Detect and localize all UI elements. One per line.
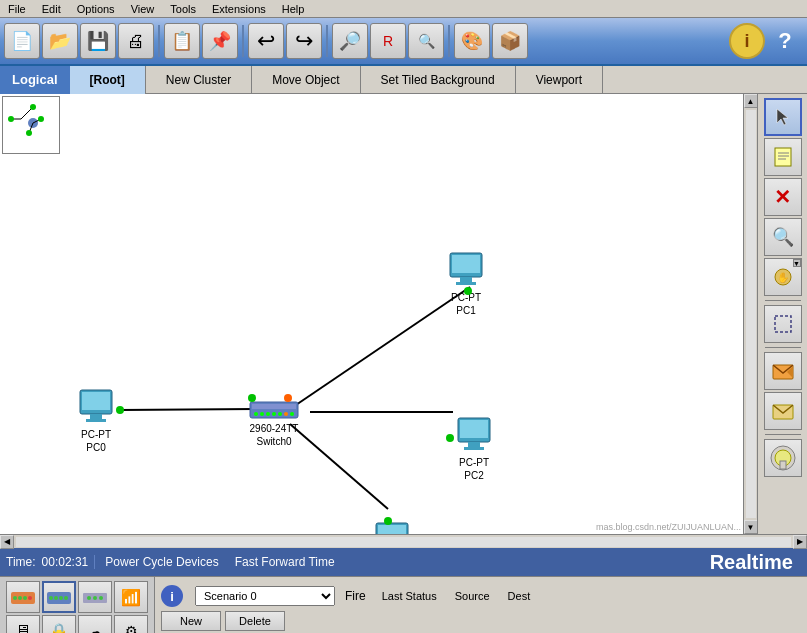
security-type-btn[interactable]: 🔒	[42, 615, 76, 633]
scroll-track	[746, 110, 756, 518]
dropdown-arrow[interactable]: ▼	[793, 259, 801, 267]
svg-point-57	[28, 596, 32, 600]
source-label: Source	[449, 590, 496, 602]
redo-button[interactable]: ↪	[286, 23, 322, 59]
svg-point-27	[272, 412, 276, 416]
horizontal-scrollbar[interactable]: ◀ ▶	[0, 534, 807, 548]
note-tool-button[interactable]	[764, 138, 802, 176]
svg-point-60	[54, 596, 58, 600]
menu-help[interactable]: Help	[274, 3, 313, 15]
wan-type-btn[interactable]: ☁	[78, 615, 112, 633]
pdu-info-icon: i	[161, 585, 183, 607]
scroll-down-btn[interactable]: ▼	[744, 520, 758, 534]
scenario-select[interactable]: Scenario 0 Scenario 1	[195, 586, 335, 606]
logical-bar: Logical [Root] New Cluster Move Object S…	[0, 66, 807, 94]
svg-point-24	[254, 412, 258, 416]
enddevice-type-btn[interactable]: 🖥	[6, 615, 40, 633]
delete-tool-button[interactable]: ✕	[764, 178, 802, 216]
new-cluster-item[interactable]: New Cluster	[146, 66, 252, 94]
select-tool-button[interactable]	[764, 98, 802, 136]
recv-mail-button[interactable]	[764, 392, 802, 430]
device-pc2[interactable]: PC-PTPC2	[450, 414, 498, 482]
switch0-dot-green	[248, 394, 256, 402]
save-button[interactable]: 💾	[80, 23, 116, 59]
inspect-tool-button[interactable]: 🔍	[764, 218, 802, 256]
undo-button[interactable]: ↩	[248, 23, 284, 59]
svg-point-54	[13, 596, 17, 600]
delete-pdu-button[interactable]: Delete	[225, 611, 285, 631]
svg-rect-15	[452, 255, 480, 273]
svg-point-59	[49, 596, 53, 600]
hub-type-btn[interactable]	[78, 581, 112, 613]
send-mail-button[interactable]	[764, 352, 802, 390]
pc2-dot	[446, 434, 454, 442]
scroll-up-btn[interactable]: ▲	[744, 94, 758, 108]
h-scroll-track	[16, 537, 791, 547]
toolbar-sep4	[448, 25, 450, 57]
pdu-button[interactable]	[764, 439, 802, 477]
device-pc3[interactable]: PC-PTPC3	[368, 519, 416, 534]
svg-point-30	[290, 412, 294, 416]
zoom-in-button[interactable]: 🔎	[332, 23, 368, 59]
menu-tools[interactable]: Tools	[162, 3, 204, 15]
scroll-left-btn[interactable]: ◀	[0, 535, 14, 549]
menu-edit[interactable]: Edit	[34, 3, 69, 15]
resize-tool-button[interactable]: ✋ ▼	[764, 258, 802, 296]
device-switch0[interactable]: 2960-24TTSwitch0	[248, 394, 300, 448]
rp-separator	[765, 300, 801, 301]
device-type-panel: 📶 🖥 🔒 ☁ ⚙ Connections Copper Str	[0, 577, 155, 633]
open-button[interactable]: 📂	[42, 23, 78, 59]
viewport-item[interactable]: Viewport	[516, 66, 603, 94]
root-item[interactable]: [Root]	[70, 66, 146, 94]
dest-label: Dest	[502, 590, 537, 602]
set-tiled-background-item[interactable]: Set Tiled Background	[361, 66, 516, 94]
menu-extensions[interactable]: Extensions	[204, 3, 274, 15]
svg-rect-19	[82, 392, 110, 410]
move-object-item[interactable]: Move Object	[252, 66, 360, 94]
fast-forward-btn[interactable]: Fast Forward Time	[229, 555, 341, 569]
menu-file[interactable]: File	[0, 3, 34, 15]
pc1-label: PC-PTPC1	[451, 291, 481, 317]
palette-button[interactable]: 🎨	[454, 23, 490, 59]
svg-point-3	[8, 116, 14, 122]
menu-view[interactable]: View	[123, 3, 163, 15]
pc3-dot-green	[384, 517, 392, 525]
new-file-button[interactable]: 📄	[4, 23, 40, 59]
vertical-scrollbar[interactable]: ▲ ▼	[743, 94, 757, 534]
device-pc1[interactable]: PC-PTPC1	[442, 249, 490, 317]
status-bar: Time: 00:02:31 Power Cycle Devices Fast …	[0, 548, 807, 576]
pdu-buttons-row: New Delete	[161, 611, 801, 631]
toolbar-sep3	[326, 25, 328, 57]
svg-point-4	[30, 104, 36, 110]
svg-marker-39	[777, 109, 788, 125]
scroll-right-btn[interactable]: ▶	[793, 535, 807, 549]
rp-separator2	[765, 347, 801, 348]
power-cycle-btn[interactable]: Power Cycle Devices	[95, 555, 228, 569]
svg-rect-33	[468, 442, 480, 447]
toolbar: 📄 📂 💾 🖨 📋 📌 ↩ ↪ 🔎 R 🔍 🎨 📦 i ?	[0, 18, 807, 66]
paste-button[interactable]: 📌	[202, 23, 238, 59]
device-pc0[interactable]: PC-PTPC0	[72, 386, 120, 454]
zoom-out-button[interactable]: 🔍	[408, 23, 444, 59]
main-area: PC-PTPC1 PC-PTPC0	[0, 94, 807, 534]
zoom-marker-button[interactable]: R	[370, 23, 406, 59]
logical-label: Logical	[0, 66, 70, 94]
right-tool-panel: ✕ 🔍 ✋ ▼	[757, 94, 807, 534]
last-status-label: Last Status	[376, 590, 443, 602]
router-type-btn[interactable]	[6, 581, 40, 613]
rect-select-button[interactable]	[764, 305, 802, 343]
menu-options[interactable]: Options	[69, 3, 123, 15]
toolbar-sep1	[158, 25, 160, 57]
network-canvas[interactable]: PC-PTPC1 PC-PTPC0	[0, 94, 743, 534]
svg-rect-34	[464, 447, 484, 450]
help-button[interactable]: ?	[767, 23, 803, 59]
thumbnail	[2, 96, 60, 154]
switch-type-btn[interactable]	[42, 581, 76, 613]
wireless-type-btn[interactable]: 📶	[114, 581, 148, 613]
custom-device-button[interactable]: 📦	[492, 23, 528, 59]
custom-type-btn[interactable]: ⚙	[114, 615, 148, 633]
copy-button[interactable]: 📋	[164, 23, 200, 59]
info-button[interactable]: i	[729, 23, 765, 59]
new-pdu-button[interactable]: New	[161, 611, 221, 631]
print-button[interactable]: 🖨	[118, 23, 154, 59]
